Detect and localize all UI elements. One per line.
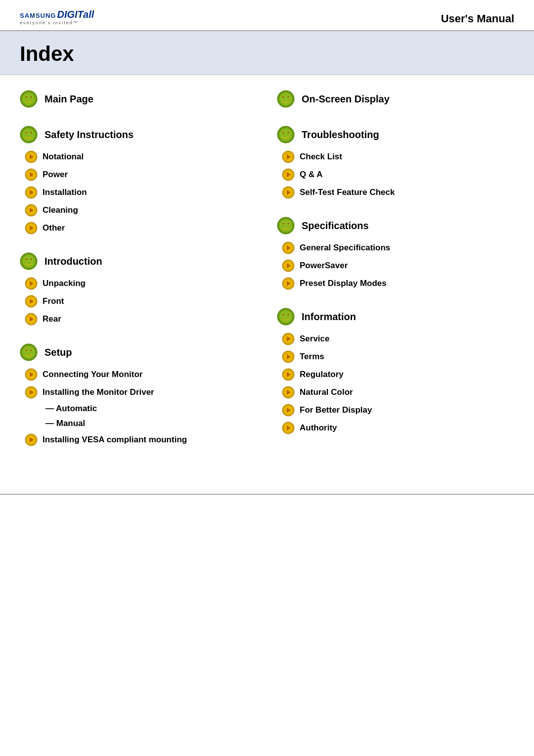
sub-item-authority: Authority — [282, 422, 514, 434]
installing-driver-label[interactable]: Installing the Monitor Driver — [43, 387, 154, 397]
sub-item-vesa: Installing VESA compliant mounting — [25, 433, 257, 446]
general-spec-label[interactable]: General Specifications — [300, 243, 390, 253]
svg-point-11 — [31, 132, 32, 133]
sub-item-unpacking: Unpacking — [25, 277, 257, 290]
header-title: User's Manual — [441, 12, 514, 25]
samsung-logo-text: SAMSUNG — [20, 12, 56, 19]
arrow-icon-authority — [282, 422, 295, 434]
specifications-label[interactable]: Specifications — [302, 220, 369, 232]
sub-item-qanda: Q & A — [282, 168, 514, 181]
regulatory-label[interactable]: Regulatory — [300, 370, 344, 379]
unpacking-label[interactable]: Unpacking — [43, 279, 86, 288]
manual-label[interactable]: — Manual — [45, 419, 85, 428]
safety-label[interactable]: Safety Instructions — [44, 129, 134, 141]
setup-label[interactable]: Setup — [44, 347, 72, 358]
section-header-specifications: Specifications — [277, 217, 514, 235]
arrow-icon-general-spec — [282, 241, 295, 254]
arrow-icon-cleaning — [25, 204, 38, 217]
arrow-icon-installing-driver — [25, 386, 38, 399]
arrow-icon-regulatory — [282, 368, 295, 381]
rear-label[interactable]: Rear — [43, 314, 61, 324]
svg-point-5 — [31, 96, 32, 97]
two-column-layout: Main Page Safety Instructions — [20, 90, 514, 464]
sub-item-for-better-display: For Better Display — [282, 404, 514, 417]
front-label[interactable]: Front — [43, 296, 64, 306]
svg-point-68 — [288, 132, 289, 133]
qanda-label[interactable]: Q & A — [300, 170, 323, 180]
vesa-label[interactable]: Installing VESA compliant mounting — [43, 435, 187, 445]
introduction-label[interactable]: Introduction — [44, 256, 102, 267]
logo-tagline: everyone's invited™ — [20, 20, 94, 25]
sub-item-service: Service — [282, 332, 514, 345]
section-header-main-page: Main Page — [20, 90, 257, 108]
arrow-icon-power — [25, 168, 38, 181]
header: SAMSUNG DIGITall everyone's invited™ Use… — [0, 0, 534, 31]
powersaver-label[interactable]: PowerSaver — [300, 261, 348, 271]
service-label[interactable]: Service — [300, 334, 330, 344]
section-safety: Safety Instructions Notational — [20, 126, 257, 235]
natural-color-label[interactable]: Natural Color — [300, 387, 353, 397]
svg-point-47 — [31, 350, 32, 351]
sub-item-connecting: Connecting Your Monitor — [25, 368, 257, 381]
arrow-icon-other — [25, 222, 38, 235]
monitor-icon-information — [277, 308, 295, 326]
selftest-label[interactable]: Self-Test Feature Check — [300, 188, 395, 197]
monitor-icon-specifications — [277, 217, 295, 235]
section-information: Information Service — [277, 308, 514, 434]
arrow-icon-vesa — [25, 433, 38, 446]
connecting-label[interactable]: Connecting Your Monitor — [43, 370, 142, 379]
terms-label[interactable]: Terms — [300, 352, 324, 362]
arrow-icon-service — [282, 332, 295, 345]
sub-item-checklist: Check List — [282, 150, 514, 163]
for-better-display-label[interactable]: For Better Display — [300, 405, 372, 415]
logo-area: SAMSUNG DIGITall everyone's invited™ — [20, 9, 94, 25]
other-label[interactable]: Other — [43, 223, 65, 233]
section-header-troubleshooting: Troubleshooting — [277, 126, 514, 143]
information-label[interactable]: Information — [302, 311, 356, 323]
arrow-icon-natural-color — [282, 386, 295, 399]
automatic-label[interactable]: — Automatic — [45, 404, 97, 414]
arrow-icon-front — [25, 295, 38, 308]
sub-item-front: Front — [25, 295, 257, 308]
sub-item-preset-display: Preset Display Modes — [282, 277, 514, 290]
arrow-icon-rear — [25, 313, 38, 326]
introduction-sub-items: Unpacking Front — [20, 277, 257, 326]
preset-display-label[interactable]: Preset Display Modes — [300, 279, 387, 288]
svg-point-7 — [22, 128, 35, 141]
arrow-icon-terms — [282, 350, 295, 363]
installation-label[interactable]: Installation — [43, 188, 87, 197]
svg-point-79 — [279, 219, 292, 232]
specifications-sub-items: General Specifications PowerSaver — [277, 241, 514, 290]
checklist-label[interactable]: Check List — [300, 152, 342, 162]
arrow-icon-for-better-display — [282, 404, 295, 417]
section-header-setup: Setup — [20, 343, 257, 361]
sub-item-powersaver: PowerSaver — [282, 259, 514, 272]
authority-label[interactable]: Authority — [300, 423, 337, 433]
svg-point-94 — [279, 310, 292, 323]
section-specifications: Specifications General Specifications — [277, 217, 514, 290]
svg-point-67 — [283, 132, 284, 133]
sub-item-natural-color: Natural Color — [282, 386, 514, 399]
notational-label[interactable]: Notational — [43, 152, 84, 162]
arrow-icon-checklist — [282, 150, 295, 163]
main-page-label[interactable]: Main Page — [44, 94, 93, 105]
section-header-introduction: Introduction — [20, 252, 257, 270]
sub-item-other: Other — [25, 222, 257, 235]
monitor-icon-osd — [277, 90, 295, 108]
power-label[interactable]: Power — [43, 170, 68, 180]
information-sub-items: Service Terms — [277, 332, 514, 434]
samsung-brand: SAMSUNG DIGITall — [20, 9, 94, 20]
troubleshooting-label[interactable]: Troubleshooting — [302, 129, 379, 141]
svg-point-32 — [31, 259, 32, 260]
section-header-information: Information — [277, 308, 514, 326]
sub-item-rear: Rear — [25, 313, 257, 326]
cleaning-label[interactable]: Cleaning — [43, 205, 78, 215]
svg-point-31 — [26, 259, 27, 260]
svg-point-82 — [283, 223, 284, 224]
svg-point-58 — [279, 93, 292, 105]
indent-item-manual: — Manual — [25, 419, 257, 428]
osd-label[interactable]: On-Screen Display — [302, 94, 390, 105]
footer — [0, 494, 534, 509]
svg-point-64 — [279, 128, 292, 141]
main-content: Main Page Safety Instructions — [0, 75, 534, 484]
